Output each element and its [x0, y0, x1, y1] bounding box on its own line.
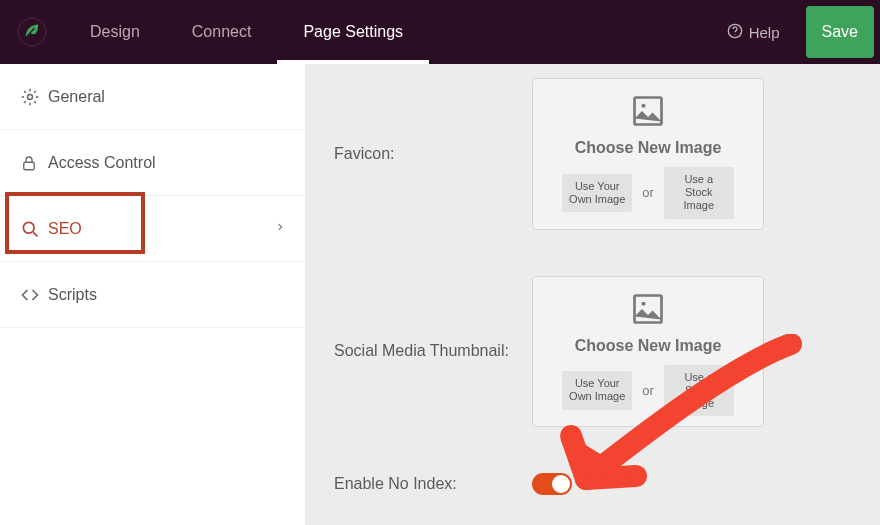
- sidebar-item-access[interactable]: Access Control: [0, 130, 305, 196]
- top-bar: Design Connect Page Settings Help Save: [0, 0, 880, 64]
- sidebar-item-label: General: [48, 88, 105, 106]
- header-tabs: Design Connect Page Settings: [64, 0, 429, 64]
- help-label: Help: [749, 24, 780, 41]
- image-placeholder-icon: [630, 93, 666, 133]
- use-stock-image-button[interactable]: Use a Stock Image: [664, 167, 734, 219]
- noindex-toggle[interactable]: [532, 473, 572, 495]
- lock-icon: [20, 154, 48, 172]
- svg-point-5: [23, 222, 34, 233]
- sidebar-item-scripts[interactable]: Scripts: [0, 262, 305, 328]
- tab-label: Page Settings: [303, 23, 403, 41]
- svg-rect-4: [24, 162, 35, 170]
- tab-connect[interactable]: Connect: [166, 0, 278, 64]
- sidebar-item-label: SEO: [48, 220, 82, 238]
- sidebar-item-label: Access Control: [48, 154, 156, 172]
- social-row: Social Media Thumbnail: Choose New Image…: [334, 276, 852, 428]
- choose-image-label[interactable]: Choose New Image: [575, 139, 722, 157]
- code-icon: [20, 285, 48, 305]
- gear-icon: [20, 87, 48, 107]
- tab-label: Connect: [192, 23, 252, 41]
- favicon-button-row: Use Your Own Image or Use a Stock Image: [543, 167, 753, 219]
- content-panel: Favicon: Choose New Image Use Your Own I…: [306, 64, 880, 525]
- svg-point-2: [734, 34, 735, 35]
- social-button-row: Use Your Own Image or Use a Stock Image: [543, 365, 753, 417]
- social-label: Social Media Thumbnail:: [334, 342, 532, 360]
- tab-page-settings[interactable]: Page Settings: [277, 0, 429, 64]
- sidebar-item-label: Scripts: [48, 286, 97, 304]
- favicon-card: Choose New Image Use Your Own Image or U…: [532, 78, 764, 230]
- toggle-knob: [552, 475, 570, 493]
- noindex-label: Enable No Index:: [334, 475, 532, 493]
- use-stock-image-button[interactable]: Use a Stock Image: [664, 365, 734, 417]
- image-placeholder-icon: [630, 291, 666, 331]
- save-button[interactable]: Save: [806, 6, 874, 58]
- sidebar-item-seo[interactable]: SEO: [0, 196, 305, 262]
- svg-point-7: [641, 104, 645, 108]
- main-area: General Access Control SEO Scripts: [0, 64, 880, 525]
- help-icon: [727, 23, 743, 42]
- social-card: Choose New Image Use Your Own Image or U…: [532, 276, 764, 428]
- tab-design[interactable]: Design: [64, 0, 166, 64]
- svg-point-3: [28, 94, 33, 99]
- header-right: Help Save: [727, 0, 880, 64]
- use-own-image-button[interactable]: Use Your Own Image: [562, 174, 632, 212]
- search-icon: [20, 219, 48, 239]
- tab-label: Design: [90, 23, 140, 41]
- svg-point-9: [641, 301, 645, 305]
- choose-image-label[interactable]: Choose New Image: [575, 337, 722, 355]
- or-text: or: [642, 383, 654, 398]
- or-text: or: [642, 185, 654, 200]
- favicon-label: Favicon:: [334, 145, 532, 163]
- help-link[interactable]: Help: [727, 23, 792, 42]
- sidebar: General Access Control SEO Scripts: [0, 64, 306, 525]
- use-own-image-button[interactable]: Use Your Own Image: [562, 371, 632, 409]
- noindex-row: Enable No Index:: [334, 473, 852, 495]
- favicon-row: Favicon: Choose New Image Use Your Own I…: [334, 78, 852, 230]
- chevron-right-icon: [275, 220, 285, 238]
- sidebar-item-general[interactable]: General: [0, 64, 305, 130]
- app-logo: [0, 0, 64, 64]
